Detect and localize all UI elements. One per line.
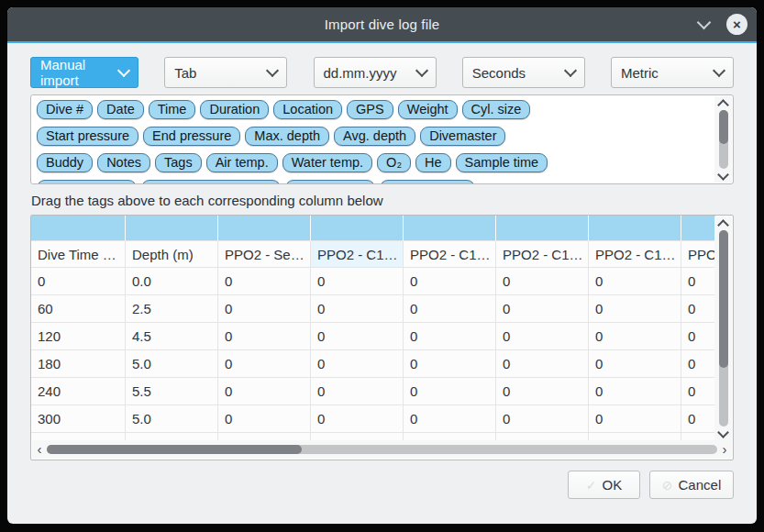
table-cell[interactable]: 0: [681, 350, 715, 378]
table-cell[interactable]: 0: [496, 295, 589, 323]
table-cell[interactable]: 0: [311, 268, 404, 295]
tag-chip[interactable]: Sample pO₂: [285, 180, 375, 183]
table-cell[interactable]: 0: [404, 350, 496, 378]
table-cell[interactable]: 0: [218, 295, 311, 323]
column-header[interactable]: Depth (m): [126, 241, 218, 268]
table-cell[interactable]: 0: [589, 323, 681, 350]
scroll-up-arrow-icon[interactable]: [714, 96, 732, 109]
close-icon[interactable]: ×: [726, 14, 747, 35]
table-cell[interactable]: 0: [681, 268, 715, 295]
tag-chip[interactable]: Start pressure: [37, 127, 138, 146]
table-cell[interactable]: 0: [589, 268, 681, 295]
table-cell[interactable]: 120: [31, 323, 126, 350]
tags-scroll-track[interactable]: [719, 110, 728, 169]
table-cell[interactable]: 2.5: [126, 295, 218, 323]
tag-chip[interactable]: Weight: [398, 100, 458, 119]
tag-chip[interactable]: Divemaster: [420, 127, 505, 146]
column-header[interactable]: PPO2 - C1…: [311, 241, 404, 268]
drop-target-cell[interactable]: [496, 216, 589, 241]
column-header[interactable]: PPO2 - C1…: [404, 241, 496, 268]
column-header[interactable]: PPO2 - Se…: [218, 241, 311, 268]
table-cell[interactable]: 0: [311, 405, 404, 433]
tag-chip[interactable]: Sample depth: [37, 180, 137, 183]
column-header[interactable]: PPO2 - C1…: [589, 241, 681, 268]
table-vertical-scrollbar[interactable]: [714, 216, 732, 440]
ok-button[interactable]: ✓ OK: [568, 471, 640, 499]
table-cell[interactable]: 0: [589, 350, 681, 378]
table-cell[interactable]: 0: [496, 350, 589, 378]
table-cell[interactable]: 0: [218, 405, 311, 433]
table-cell[interactable]: 0: [681, 295, 715, 323]
duration-format-select[interactable]: Seconds: [462, 57, 585, 88]
drop-target-cell[interactable]: [589, 216, 681, 241]
table-cell[interactable]: 0.0: [126, 268, 218, 295]
drop-target-cell[interactable]: [681, 216, 715, 241]
tag-chip[interactable]: Time: [149, 100, 196, 119]
tag-chip[interactable]: Sample time: [456, 153, 548, 172]
table-scroll-thumb[interactable]: [719, 230, 728, 368]
drop-target-cell[interactable]: [404, 216, 496, 241]
hscroll-track[interactable]: [47, 445, 717, 454]
column-header[interactable]: Dive Time …: [31, 241, 126, 268]
table-cell[interactable]: 0: [218, 323, 311, 350]
table-cell[interactable]: 0: [496, 323, 589, 350]
tag-chip[interactable]: Duration: [200, 100, 269, 119]
chevron-down-icon[interactable]: [693, 15, 714, 35]
table-cell[interactable]: 5.5: [126, 378, 218, 405]
tag-chip[interactable]: Air temp.: [206, 153, 278, 172]
table-cell[interactable]: 4.5: [126, 323, 218, 350]
tag-chip[interactable]: Avg. depth: [334, 127, 415, 146]
date-format-select[interactable]: dd.mm.yyyy: [314, 57, 437, 88]
tag-chip[interactable]: O₂: [377, 153, 411, 172]
tag-chip[interactable]: He: [415, 153, 451, 172]
scroll-right-arrow-icon[interactable]: ›: [717, 441, 732, 458]
table-cell[interactable]: 0: [681, 405, 715, 433]
tag-chip[interactable]: Notes: [97, 153, 150, 172]
table-cell[interactable]: 0: [218, 378, 311, 405]
scroll-left-arrow-icon[interactable]: ‹: [32, 441, 47, 458]
tags-scroll-thumb[interactable]: [719, 110, 728, 144]
table-cell[interactable]: 0: [681, 323, 715, 350]
table-cell[interactable]: 0: [311, 378, 404, 405]
cancel-button[interactable]: ⊘ Cancel: [649, 471, 734, 499]
table-cell[interactable]: 0: [404, 295, 496, 323]
table-cell[interactable]: 5.0: [126, 350, 218, 378]
tag-chip[interactable]: End pressure: [143, 127, 240, 146]
table-cell[interactable]: 0: [404, 378, 496, 405]
scroll-up-arrow-icon[interactable]: [714, 216, 732, 229]
tag-chip[interactable]: Sample temperature: [141, 180, 280, 183]
tag-chip[interactable]: Water temp.: [282, 153, 372, 172]
table-cell[interactable]: 0: [589, 405, 681, 433]
table-cell[interactable]: 0: [218, 268, 311, 295]
table-cell[interactable]: 0: [404, 323, 496, 350]
tag-chip[interactable]: GPS: [347, 100, 393, 119]
tag-chip[interactable]: Date: [97, 100, 144, 119]
table-cell[interactable]: 0: [496, 405, 589, 433]
tag-chip[interactable]: Sample CNS: [380, 180, 475, 183]
drop-target-cell[interactable]: [311, 216, 404, 241]
tags-vertical-scrollbar[interactable]: [714, 96, 732, 183]
tag-chip[interactable]: Buddy: [37, 153, 93, 172]
tag-chip[interactable]: Location: [273, 100, 342, 119]
table-cell[interactable]: 0: [311, 295, 404, 323]
field-separator-select[interactable]: Tab: [164, 57, 287, 88]
table-cell[interactable]: 0: [589, 378, 681, 405]
table-cell[interactable]: 240: [31, 378, 126, 405]
table-cell[interactable]: 0: [404, 268, 496, 295]
drop-target-cell[interactable]: [31, 216, 126, 241]
tag-chip[interactable]: Max. depth: [245, 127, 329, 146]
table-horizontal-scrollbar[interactable]: ‹ ›: [32, 440, 732, 459]
table-cell[interactable]: 0: [404, 405, 496, 433]
titlebar[interactable]: Import dive log file ×: [7, 7, 757, 41]
tag-chip[interactable]: Cyl. size: [462, 100, 531, 119]
tag-chip[interactable]: Dive #: [37, 100, 93, 119]
hscroll-thumb[interactable]: [47, 445, 302, 454]
column-header[interactable]: PPO2 - C1…: [496, 241, 589, 268]
table-cell[interactable]: 0: [681, 378, 715, 405]
table-cell[interactable]: 0: [311, 323, 404, 350]
import-type-select[interactable]: Manual import: [30, 57, 138, 88]
table-cell[interactable]: 0: [589, 295, 681, 323]
table-cell[interactable]: 0: [496, 268, 589, 295]
drop-target-cell[interactable]: [126, 216, 218, 241]
scroll-down-arrow-icon[interactable]: [714, 170, 732, 183]
